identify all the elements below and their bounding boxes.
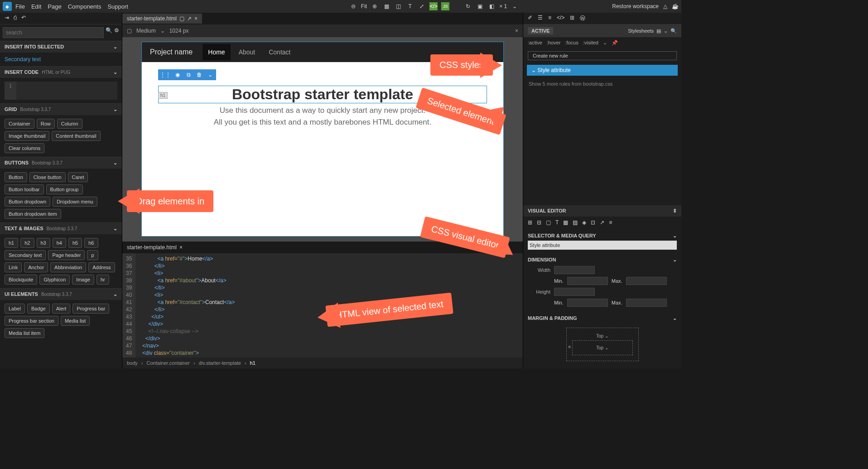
max-width-input[interactable] xyxy=(626,277,667,285)
stylesheets-icon[interactable]: ▤ xyxy=(656,28,661,34)
component-chip[interactable]: Link xyxy=(5,262,22,272)
js-icon[interactable]: JS xyxy=(441,2,449,10)
insert-code-header[interactable]: INSERT CODE HTML or PUG⌄ xyxy=(0,66,122,78)
component-chip[interactable]: Address xyxy=(88,262,115,272)
code-icon[interactable]: </> xyxy=(429,2,438,10)
copy-icon[interactable]: ⧉ xyxy=(184,71,193,79)
ui-elements-header[interactable]: UI ELEMENTS Bootstrap 3.3.7⌄ xyxy=(0,288,122,300)
component-chip[interactable]: h1 xyxy=(5,238,18,248)
resize-icon[interactable]: ⤢ xyxy=(418,2,426,10)
coffee-icon[interactable]: ☕ xyxy=(672,3,679,10)
chevron-down-icon[interactable]: ⌄ xyxy=(664,28,668,34)
style-attribute-row[interactable]: ⌄ Style attribute xyxy=(527,65,678,76)
selector-input[interactable] xyxy=(528,241,677,250)
component-chip[interactable]: Media list item xyxy=(5,328,44,338)
code-tab-close-icon[interactable]: × xyxy=(179,244,183,251)
restore-workspace[interactable]: Restore workspace xyxy=(612,3,659,10)
insert-selected-header[interactable]: INSERT INTO SELECTED⌄ xyxy=(0,41,122,53)
component-chip[interactable]: Button group xyxy=(46,184,83,194)
zoom-out-icon[interactable]: ⊖ xyxy=(349,2,357,10)
filter-icon[interactable]: ⚙ xyxy=(114,27,119,38)
component-chip[interactable]: Alert xyxy=(52,304,71,314)
secondary-text-link[interactable]: Secondary text xyxy=(5,56,41,63)
plus-icon[interactable]: ⊞ xyxy=(570,15,574,22)
ve-icon[interactable]: ⊞ xyxy=(528,219,532,226)
wordpress-icon[interactable]: Ⓦ xyxy=(580,15,585,22)
chevron-down-icon[interactable]: ⌄ xyxy=(511,2,519,10)
component-chip[interactable]: Dropdown menu xyxy=(53,197,97,207)
drag-handle-icon[interactable]: ⋮⋮ xyxy=(160,72,171,78)
component-chip[interactable]: Label xyxy=(5,304,25,314)
expand-icon[interactable]: ⇕ xyxy=(673,208,677,214)
ve-icon[interactable]: ▦ xyxy=(563,219,568,226)
zoom-in-icon[interactable]: ⊕ xyxy=(371,2,379,10)
menu-page[interactable]: Page xyxy=(48,3,61,10)
device-label[interactable]: Medium xyxy=(136,28,156,34)
chevron-down-icon[interactable]: ⌄ xyxy=(673,315,677,321)
trash-icon[interactable]: 🗑 xyxy=(195,71,203,79)
max-height-input[interactable] xyxy=(626,299,667,307)
component-chip[interactable]: Glyphicon xyxy=(39,275,70,285)
preview-lead1[interactable]: Use this document as a way to quickly st… xyxy=(142,106,503,115)
component-chip[interactable]: Secondary text xyxy=(5,250,46,260)
code-content[interactable]: <a href="#">Home</a> </li> <li> <a href=… xyxy=(135,253,434,358)
component-chip[interactable]: Button dropdown xyxy=(5,197,50,207)
undo-icon[interactable]: ↶ xyxy=(21,15,26,22)
code-icon[interactable]: </> xyxy=(557,15,564,22)
code-editor[interactable]: 35 36 37 38 39 40 41 42 43 44 45 46 47 4… xyxy=(122,253,523,358)
component-chip[interactable]: Button dropdown item xyxy=(5,209,61,219)
stylesheets-label[interactable]: Stylesheets xyxy=(628,28,654,34)
component-chip[interactable]: h2 xyxy=(20,238,34,248)
pseudo-hover[interactable]: :hover xyxy=(547,40,561,46)
file-tab[interactable]: starter-template.html ▢ ↗ × xyxy=(122,14,202,24)
component-chip[interactable]: Close button xyxy=(29,172,66,182)
panels-icon[interactable]: ◧ xyxy=(487,2,496,10)
buttons-header[interactable]: BUTTONS Bootstrap 3.3.7⌄ xyxy=(0,157,122,169)
ve-icon[interactable]: ▢ xyxy=(546,219,551,226)
search-icon[interactable]: 🔍 xyxy=(670,28,677,34)
code-tab[interactable]: starter-template.html xyxy=(127,244,177,251)
crumb-container[interactable]: Container.container xyxy=(147,360,190,366)
close-preview-icon[interactable]: × xyxy=(515,28,518,34)
component-chip[interactable]: h4 xyxy=(53,238,66,248)
menu-edit[interactable]: Edit xyxy=(31,3,41,10)
pseudo-focus[interactable]: :focus xyxy=(565,40,578,46)
ve-icon[interactable]: ≡ xyxy=(609,219,612,226)
component-chip[interactable]: Button xyxy=(5,172,27,182)
zoom-fit[interactable]: Fit xyxy=(361,3,367,10)
tab-external-icon[interactable]: ↗ xyxy=(187,15,192,22)
eye-icon[interactable]: ◉ xyxy=(174,71,182,79)
component-chip[interactable]: h6 xyxy=(84,238,98,248)
component-chip[interactable]: Button toolbar xyxy=(5,184,44,194)
grid-icon[interactable]: ▦ xyxy=(382,2,391,10)
nav-about[interactable]: About xyxy=(233,44,261,60)
min-width-input[interactable] xyxy=(567,277,608,285)
search-icon[interactable]: 🔍 xyxy=(106,27,112,38)
list-icon[interactable]: ≡ xyxy=(548,15,551,22)
preview-lead2[interactable]: All you get is this text and a mostly ba… xyxy=(142,118,503,127)
chevron-down-icon[interactable]: ⌄ xyxy=(673,233,677,239)
grid-header[interactable]: GRID Bootstrap 3.3.7⌄ xyxy=(0,103,122,115)
menu-file[interactable]: File xyxy=(15,3,25,10)
component-chip[interactable]: Caret xyxy=(68,172,88,182)
preview-brand[interactable]: Project name xyxy=(150,48,193,56)
tab-view-icon[interactable]: ▢ xyxy=(179,15,184,22)
component-chip[interactable]: Column xyxy=(57,119,82,129)
preview-canvas[interactable]: Project name Home About Contact ⋮⋮ ◉ ⧉ 🗑… xyxy=(141,42,504,237)
chevron-down-icon[interactable]: ⌄ xyxy=(673,257,677,263)
crumb-starter[interactable]: div.starter-template xyxy=(199,360,241,366)
component-chip[interactable]: Badge xyxy=(27,304,50,314)
component-chip[interactable]: Progress bar xyxy=(72,304,109,314)
pseudo-active[interactable]: :active xyxy=(528,40,542,46)
chevron-down-icon[interactable]: ⌄ xyxy=(160,28,165,34)
component-chip[interactable]: Page header xyxy=(48,250,85,260)
tool-icon[interactable]: △ xyxy=(663,3,667,10)
box-model[interactable]: Top ⌄ Top ⌄ ≡ xyxy=(566,328,639,361)
height-input[interactable] xyxy=(554,288,595,296)
tab-close-icon[interactable]: × xyxy=(194,15,198,22)
width-input[interactable] xyxy=(554,266,595,274)
crumb-h1[interactable]: h1 xyxy=(250,360,256,366)
window-icon[interactable]: ▣ xyxy=(476,2,484,10)
component-chip[interactable]: Media list xyxy=(61,316,90,326)
brush-icon[interactable]: ✐ xyxy=(528,15,532,22)
